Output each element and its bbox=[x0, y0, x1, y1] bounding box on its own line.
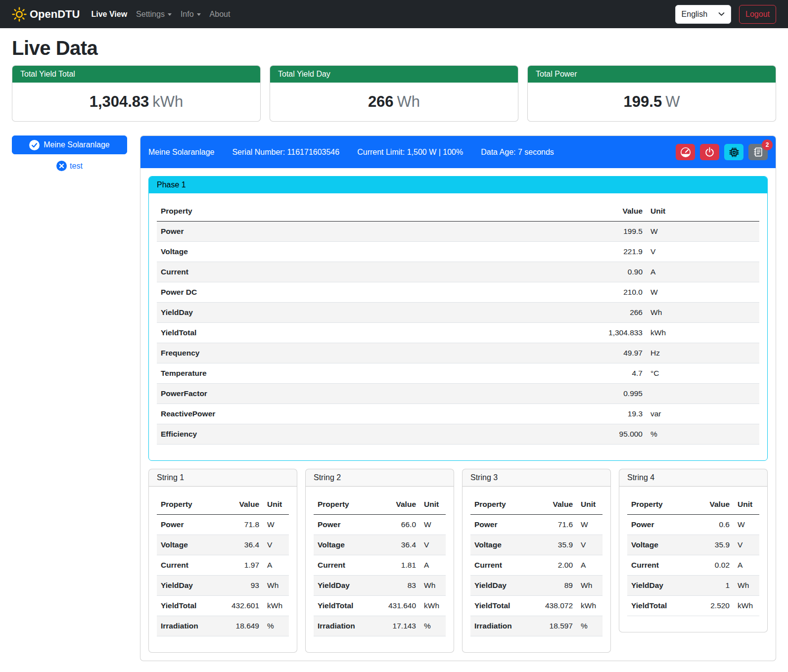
table-header-row: Property Value Unit bbox=[157, 201, 759, 222]
column-header-property: Property bbox=[627, 494, 692, 515]
value-cell: 199.5 bbox=[582, 222, 647, 242]
property-cell: Power bbox=[157, 515, 216, 535]
cpu-icon bbox=[729, 147, 740, 158]
value-cell: 0.90 bbox=[582, 262, 647, 282]
inverter-button-selected[interactable]: Meine Solaranlage bbox=[12, 135, 127, 154]
phase-table: Property Value Unit Power199.5WVoltage22… bbox=[157, 201, 759, 445]
property-cell: Voltage bbox=[157, 535, 216, 555]
inverter-button-test[interactable]: test bbox=[12, 161, 127, 171]
column-header-value: Value bbox=[582, 201, 647, 222]
column-header-value: Value bbox=[373, 494, 420, 515]
value-cell: 210.0 bbox=[582, 282, 647, 303]
event-log-button[interactable]: 2 bbox=[748, 144, 768, 160]
property-cell: Current bbox=[627, 555, 692, 576]
table-row: Current1.81A bbox=[314, 555, 446, 576]
string-table: Property Value Unit Power66.0WVoltage36.… bbox=[314, 494, 446, 636]
table-row: YieldTotal438.072kWh bbox=[470, 596, 603, 616]
limit-settings-button[interactable] bbox=[676, 144, 695, 160]
power-settings-button[interactable] bbox=[700, 144, 719, 160]
value-cell: 2.520 bbox=[692, 596, 734, 616]
card-value: 1,304.83 bbox=[90, 93, 149, 110]
column-header-unit: Unit bbox=[420, 494, 446, 515]
inverter-card-header: Meine Solaranlage Serial Number: 1161716… bbox=[140, 136, 776, 168]
table-row: Irradiation17.143% bbox=[314, 616, 446, 636]
language-select[interactable]: English bbox=[675, 5, 731, 24]
unit-cell: V bbox=[577, 535, 603, 555]
page: Live Data Total Yield Total 1,304.83kWh … bbox=[0, 37, 788, 672]
property-cell: Frequency bbox=[157, 343, 582, 363]
table-row: Temperature4.7°C bbox=[157, 363, 759, 384]
unit-cell: V bbox=[263, 535, 289, 555]
brand[interactable]: OpenDTU bbox=[12, 7, 80, 22]
table-row: YieldDay93Wh bbox=[157, 576, 289, 596]
table-row: Power66.0W bbox=[314, 515, 446, 535]
value-cell: 431.640 bbox=[373, 596, 420, 616]
property-cell: YieldDay bbox=[157, 576, 216, 596]
property-cell: Irradiation bbox=[314, 616, 373, 636]
table-row: Frequency49.97Hz bbox=[157, 343, 759, 363]
value-cell: 1.81 bbox=[373, 555, 420, 576]
table-row: Current2.00A bbox=[470, 555, 603, 576]
value-cell: 18.649 bbox=[216, 616, 263, 636]
table-row: Current1.97A bbox=[157, 555, 289, 576]
inverter-button-label: Meine Solaranlage bbox=[44, 140, 109, 149]
value-cell: 18.597 bbox=[530, 616, 577, 636]
value-cell: 35.9 bbox=[692, 535, 734, 555]
inverter-name: Meine Solaranlage bbox=[148, 148, 214, 157]
table-row: Power71.8W bbox=[157, 515, 289, 535]
property-cell: PowerFactor bbox=[157, 384, 582, 404]
logout-button[interactable]: Logout bbox=[739, 5, 776, 24]
gauge-icon bbox=[680, 147, 691, 158]
property-cell: Current bbox=[314, 555, 373, 576]
x-circle-icon bbox=[56, 161, 67, 171]
table-header-row: Property Value Unit bbox=[157, 494, 289, 515]
card-title: Total Power bbox=[528, 66, 776, 83]
table-row: Power0.6W bbox=[627, 515, 759, 535]
inverter-card: Meine Solaranlage Serial Number: 1161716… bbox=[140, 135, 776, 661]
table-row: Power71.6W bbox=[470, 515, 603, 535]
summary-row: Total Yield Total 1,304.83kWh Total Yiel… bbox=[12, 65, 776, 122]
chevron-down-icon bbox=[168, 13, 172, 16]
value-cell: 36.4 bbox=[373, 535, 420, 555]
unit-cell: °C bbox=[647, 363, 759, 384]
table-row: YieldTotal432.601kWh bbox=[157, 596, 289, 616]
nav-item-live-view[interactable]: Live View bbox=[87, 6, 132, 23]
property-cell: YieldTotal bbox=[470, 596, 530, 616]
unit-cell: Wh bbox=[577, 576, 603, 596]
value-cell: 36.4 bbox=[216, 535, 263, 555]
nav-item-settings[interactable]: Settings bbox=[132, 6, 176, 23]
value-cell: 266 bbox=[582, 303, 647, 323]
string-card-2: String 2 Property Value Unit Power66.0WV… bbox=[305, 469, 454, 653]
unit-cell: A bbox=[577, 555, 603, 576]
nav-item-info[interactable]: Info bbox=[176, 6, 205, 23]
table-row: Current0.90A bbox=[157, 262, 759, 282]
navbar: OpenDTU Live View Settings Info About En… bbox=[0, 0, 788, 28]
unit-cell: A bbox=[420, 555, 446, 576]
unit-cell: kWh bbox=[734, 596, 759, 616]
nav-item-label: About bbox=[210, 10, 231, 19]
table-row: Irradiation18.649% bbox=[157, 616, 289, 636]
unit-cell: % bbox=[577, 616, 603, 636]
table-row: Current0.02A bbox=[627, 555, 759, 576]
nav-item-label: Info bbox=[181, 10, 194, 19]
table-row: YieldDay1Wh bbox=[627, 576, 759, 596]
unit-cell: Wh bbox=[734, 576, 759, 596]
value-cell: 221.9 bbox=[582, 242, 647, 262]
unit-cell: Wh bbox=[263, 576, 289, 596]
total-power-card: Total Power 199.5W bbox=[527, 65, 776, 122]
column-header-unit: Unit bbox=[734, 494, 759, 515]
total-yield-total-card: Total Yield Total 1,304.83kWh bbox=[12, 65, 261, 122]
device-info-button[interactable] bbox=[724, 144, 743, 160]
table-row: YieldDay83Wh bbox=[314, 576, 446, 596]
column-header-property: Property bbox=[314, 494, 373, 515]
language-selected-value: English bbox=[682, 10, 707, 19]
unit-cell bbox=[647, 384, 759, 404]
column-header-value: Value bbox=[530, 494, 577, 515]
string-table: Property Value Unit Power71.8WVoltage36.… bbox=[157, 494, 289, 636]
value-cell: 49.97 bbox=[582, 343, 647, 363]
nav-item-about[interactable]: About bbox=[205, 6, 235, 23]
unit-cell: V bbox=[647, 242, 759, 262]
unit-cell: V bbox=[420, 535, 446, 555]
property-cell: Voltage bbox=[470, 535, 530, 555]
phase-card: Phase 1 Property Value Unit Power199.5WV… bbox=[148, 176, 768, 461]
